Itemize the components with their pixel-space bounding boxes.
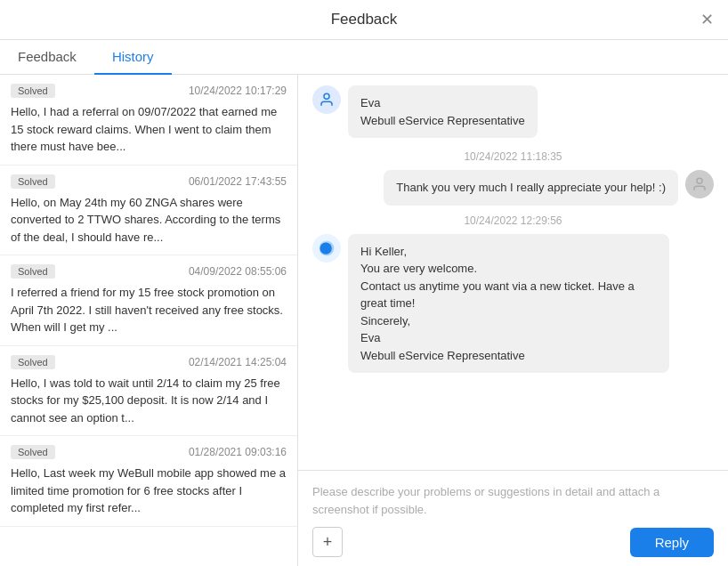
ticket-item[interactable]: Solved 06/01/2022 17:43:55 Hello, on May… [0,166,297,256]
chat-panel: EvaWebull eService Representative 10/24/… [298,75,728,566]
feedback-modal: Feedback ✕ Feedback History Solved 10/24… [0,0,728,566]
status-badge: Solved [11,84,55,98]
reply-button[interactable]: Reply [630,528,714,557]
input-actions: + Reply [312,527,714,557]
ticket-list: Solved 10/24/2022 10:17:29 Hello, I had … [0,75,298,566]
modal-title: Feedback [331,11,398,28]
input-area: Please describe your problems or suggest… [298,470,728,566]
ticket-item[interactable]: Solved 04/09/2022 08:55:06 I referred a … [0,255,297,346]
chat-messages: EvaWebull eService Representative 10/24/… [298,75,728,470]
ticket-item[interactable]: Solved 10/24/2022 10:17:29 Hello, I had … [0,75,297,166]
ticket-meta: Solved 04/09/2022 08:55:06 [11,264,287,279]
ticket-date: 10/24/2022 10:17:29 [189,85,287,97]
status-badge: Solved [11,264,55,279]
message-row: EvaWebull eService Representative [312,85,714,142]
ticket-text: Hello, I was told to wait until 2/14 to … [11,375,287,427]
ticket-item[interactable]: Solved 01/28/2021 09:03:16 Hello, Last w… [0,436,297,527]
input-placeholder-text: Please describe your problems or suggest… [312,480,714,527]
user-avatar [685,170,714,198]
message-text: Thank you very much I really appreciate … [396,181,666,194]
message-bubble: Thank you very much I really appreciate … [384,170,678,206]
message-timestamp: 10/24/2022 11:18:35 [312,150,714,163]
close-button[interactable]: ✕ [700,12,714,28]
ticket-text: I referred a friend for my 15 free stock… [11,284,287,336]
ticket-date: 04/09/2022 08:55:06 [189,265,287,278]
status-badge: Solved [11,174,55,189]
svg-point-1 [697,178,702,183]
ticket-meta: Solved 01/28/2021 09:03:16 [11,445,287,459]
attach-button[interactable]: + [312,527,343,557]
ticket-text: Hello, on May 24th my 60 ZNGA shares wer… [11,194,287,247]
status-badge: Solved [11,355,55,369]
ticket-date: 06/01/2022 17:43:55 [189,175,287,188]
agent-avatar [312,234,341,263]
message-bubble: Hi Keller,You are very welcome.Contact u… [348,234,669,374]
ticket-meta: Solved 06/01/2022 17:43:55 [11,174,287,189]
message-bubble: EvaWebull eService Representative [348,85,538,138]
message-text: EvaWebull eService Representative [360,96,525,127]
status-badge: Solved [11,445,55,459]
agent-avatar [312,85,341,114]
ticket-meta: Solved 02/14/2021 14:25:04 [11,355,287,369]
message-row: Thank you very much I really appreciate … [312,170,714,206]
content-area: Solved 10/24/2022 10:17:29 Hello, I had … [0,75,728,566]
ticket-meta: Solved 10/24/2022 10:17:29 [11,84,287,98]
message-text: Hi Keller,You are very welcome.Contact u… [360,245,635,362]
ticket-date: 01/28/2021 09:03:16 [189,446,287,458]
tab-feedback[interactable]: Feedback [0,40,94,75]
ticket-item[interactable]: Solved 02/14/2021 14:25:04 Hello, I was … [0,346,297,437]
ticket-text: Hello, Last week my WeBull mobile app sh… [11,465,287,517]
modal-header: Feedback ✕ [0,0,728,40]
ticket-date: 02/14/2021 14:25:04 [189,356,287,368]
tab-history[interactable]: History [94,40,172,75]
svg-point-0 [324,93,329,99]
tab-bar: Feedback History [0,40,728,75]
message-row: Hi Keller,You are very welcome.Contact u… [312,234,714,377]
message-timestamp: 10/24/2022 12:29:56 [312,214,714,227]
ticket-text: Hello, I had a referral on 09/07/2022 th… [11,103,287,156]
